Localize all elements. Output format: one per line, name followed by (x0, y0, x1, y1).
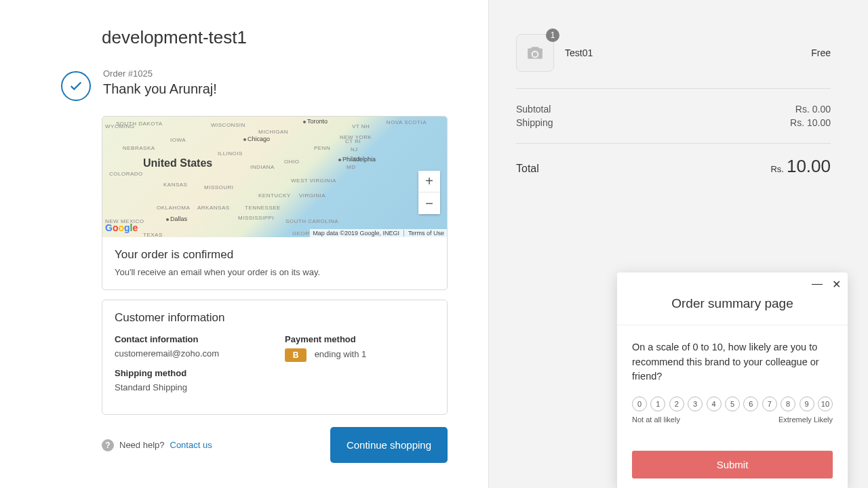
zoom-out-button[interactable]: − (418, 192, 440, 214)
thank-you-message: Thank you Arunraj! (103, 81, 217, 97)
shipping-method-label: Shipping method (115, 368, 264, 378)
nps-option-4[interactable]: 4 (707, 396, 722, 411)
scale-high-label: Extremely Likely (778, 415, 833, 424)
line-item: 1 Test01 Free (516, 34, 831, 89)
qty-badge: 1 (546, 28, 559, 42)
survey-popup: — ✕ Order summary page On a scale of 0 t… (617, 272, 848, 488)
nps-option-5[interactable]: 5 (725, 396, 740, 411)
total-amount: Rs.10.00 (770, 156, 831, 177)
survey-question: On a scale of 0 to 10, how likely are yo… (632, 340, 833, 384)
payment-method-value: B ending with 1 (285, 348, 435, 362)
payment-card-icon: B (285, 348, 307, 362)
order-number: Order #1025 (103, 68, 217, 79)
check-icon (61, 71, 91, 101)
subtotal-label: Subtotal (516, 104, 551, 115)
subtotal-value: Rs. 0.00 (795, 104, 831, 115)
order-map-card: SOUTH DAKOTA IOWA NEBRASKA WISCONSIN MIC… (102, 116, 448, 290)
nps-option-9[interactable]: 9 (800, 396, 814, 411)
nps-option-6[interactable]: 6 (743, 396, 758, 411)
google-logo: Google (105, 222, 138, 233)
nps-option-8[interactable]: 8 (781, 396, 795, 411)
nps-option-2[interactable]: 2 (669, 396, 684, 411)
nps-scale: 012345678910 (632, 396, 833, 411)
total-label: Total (516, 163, 539, 175)
nps-option-7[interactable]: 7 (762, 396, 777, 411)
map-attribution: Map data ©2019 Google, INEGI (313, 230, 399, 237)
map-country-label: United States (143, 157, 212, 169)
payment-method-label: Payment method (285, 334, 435, 344)
scale-low-label: Not at all likely (632, 415, 680, 424)
customer-info-heading: Customer information (115, 311, 435, 325)
product-price: Free (811, 47, 831, 58)
store-name: development-test1 (102, 27, 448, 48)
help-text: Need help? (119, 440, 165, 450)
nps-option-0[interactable]: 0 (632, 396, 647, 411)
map[interactable]: SOUTH DAKOTA IOWA NEBRASKA WISCONSIN MIC… (102, 117, 447, 237)
contact-info-value: customeremail@zoho.com (115, 348, 264, 359)
survey-title: Order summary page (617, 291, 848, 325)
nps-option-3[interactable]: 3 (688, 396, 703, 411)
continue-shopping-button[interactable]: Continue shopping (330, 427, 448, 463)
help-icon: ? (102, 439, 114, 451)
shipping-label: Shipping (516, 117, 553, 128)
order-confirmed-body: You'll receive an email when your order … (115, 267, 435, 277)
order-confirmed-title: Your order is confirmed (115, 248, 435, 262)
contact-info-label: Contact information (115, 334, 264, 344)
customer-info-card: Customer information Contact information… (102, 300, 448, 415)
camera-icon (526, 45, 544, 60)
shipping-method-value: Standard Shipping (115, 382, 264, 392)
close-button[interactable]: ✕ (832, 278, 841, 291)
map-terms-link[interactable]: Terms of Use (403, 230, 444, 237)
nps-option-10[interactable]: 10 (818, 396, 833, 411)
contact-us-link[interactable]: Contact us (170, 440, 212, 450)
nps-option-1[interactable]: 1 (650, 396, 665, 411)
submit-button[interactable]: Submit (632, 451, 833, 479)
shipping-value: Rs. 10.00 (790, 117, 831, 128)
minimize-button[interactable]: — (812, 278, 823, 291)
zoom-in-button[interactable]: + (418, 171, 440, 192)
product-name: Test01 (565, 47, 800, 58)
product-thumbnail: 1 (516, 34, 554, 72)
